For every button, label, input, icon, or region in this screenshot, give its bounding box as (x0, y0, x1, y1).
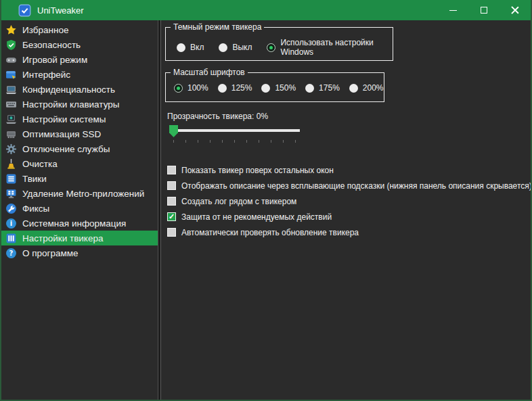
font-scale-groupbox: Масштаб шрифтов 100%125%150%175%200% (165, 68, 384, 102)
slider-track[interactable] (173, 129, 300, 132)
sidebar-item-tweaker-settings[interactable]: Настройки твикера (1, 231, 158, 245)
sidebar-item-label: Игровой режим (22, 55, 87, 65)
font-scale-radio-option[interactable]: 150% (261, 83, 296, 93)
checkbox-option[interactable]: Отображать описание через всплывающие по… (167, 178, 531, 193)
checkbox-unchecked-icon (167, 228, 176, 237)
dark-mode-options: ВклВыклИспользовать настройки Windows (166, 32, 393, 57)
checkbox-option[interactable]: ✓Защита от не рекомендуемых действий (167, 209, 531, 225)
slider-tick (271, 140, 271, 143)
radio-label: 100% (187, 83, 208, 93)
radio-unselected-icon (261, 84, 270, 93)
checkbox-label: Создать лог рядом с твикером (181, 197, 296, 206)
sidebar-item-label: О программе (22, 248, 79, 258)
checkbox-label: Отображать описание через всплывающие по… (181, 181, 531, 191)
sidebar-item-favorites[interactable]: Избранное (1, 22, 158, 37)
font-scale-radio-option[interactable]: 100% (174, 83, 208, 93)
slider-tick (283, 140, 284, 143)
maximize-icon (481, 7, 487, 14)
svg-text:?: ? (9, 250, 14, 257)
sidebar-item-metro-apps-removal[interactable]: Удаление Metro-приложений (1, 186, 158, 201)
sidebar-item-label: Безопасность (22, 40, 81, 50)
font-scale-radio-option[interactable]: 175% (305, 83, 340, 93)
window-controls (437, 0, 531, 20)
sidebar-item-tweaks[interactable]: Твики (1, 171, 158, 186)
radio-label: 175% (319, 83, 340, 93)
checkbox-unchecked-icon (167, 181, 176, 190)
slider-thumb[interactable] (169, 125, 178, 137)
broom-icon (5, 158, 17, 170)
checkbox-label: Защита от не рекомендуемых действий (181, 212, 332, 222)
window-interface-icon (5, 69, 17, 80)
maximize-button[interactable] (468, 0, 500, 20)
dark-mode-radio-option[interactable]: Вкл (177, 43, 204, 52)
sliders-icon (5, 233, 17, 244)
sidebar-item-label: Фиксы (22, 204, 49, 214)
star-icon (5, 24, 17, 36)
sidebar-item-label: Интерфейс (22, 70, 70, 80)
font-scale-options: 100%125%150%175%200% (166, 77, 384, 93)
slider-ticks (173, 140, 296, 143)
close-icon (511, 6, 519, 14)
sidebar-item-ssd-optimization[interactable]: Оптимизация SSD (1, 126, 158, 141)
sidebar-item-cleanup[interactable]: Очистка (1, 156, 158, 171)
sidebar: ИзбранноеБезопасностьИгровой режимИнтерф… (1, 20, 158, 400)
sidebar-item-system-info[interactable]: iСистемная информация (1, 216, 158, 231)
app-logo-icon (18, 4, 31, 17)
font-scale-group-title: Масштаб шрифтов (171, 68, 248, 77)
radio-unselected-icon (219, 43, 227, 52)
services-gear-icon (5, 143, 17, 155)
radio-selected-icon (267, 43, 275, 52)
checkbox-label: Автоматически проверять обновление твике… (181, 228, 359, 237)
sidebar-item-label: Настройки клавиатуры (22, 99, 119, 110)
sidebar-item-privacy[interactable]: Конфиденциальность (1, 82, 158, 97)
checkbox-option[interactable]: Показать твикер поверх остальных окон (167, 162, 531, 178)
radio-label: Использовать настройки Windows (280, 38, 393, 57)
window-body: ИзбранноеБезопасностьИгровой режимИнтерф… (1, 20, 531, 400)
dark-mode-radio-option[interactable]: Выкл (219, 43, 252, 52)
sidebar-item-fixes[interactable]: Фиксы (1, 201, 158, 216)
transparency-label: Прозрачность твикера: 0% (167, 112, 531, 121)
font-scale-radio-option[interactable]: 200% (349, 83, 384, 93)
settings-panel: Темный режим твикера ВклВыклИспользовать… (161, 20, 531, 400)
sidebar-item-keyboard-settings[interactable]: Настройки клавиатуры (1, 97, 158, 112)
close-button[interactable] (500, 0, 531, 20)
radio-unselected-icon (177, 43, 185, 52)
sidebar-item-label: Очистка (22, 159, 58, 169)
sidebar-item-label: Системная информация (22, 218, 126, 229)
slider-tick (259, 140, 259, 143)
minimize-button[interactable] (437, 0, 468, 20)
slider-tick (295, 140, 296, 143)
metro-tiles-icon (5, 188, 17, 199)
sidebar-item-label: Настройки системы (22, 114, 106, 124)
dark-mode-radio-option[interactable]: Использовать настройки Windows (267, 38, 393, 57)
svg-text:i: i (10, 220, 12, 227)
sidebar-item-label: Отключение службы (22, 144, 110, 154)
slider-tick (185, 140, 186, 143)
checkbox-option[interactable]: Автоматически проверять обновление твике… (167, 225, 531, 240)
wrench-circle-icon (5, 203, 17, 214)
question-circle-icon: ? (5, 247, 17, 259)
list-icon (5, 173, 17, 185)
sidebar-item-security[interactable]: Безопасность (1, 37, 158, 52)
checkbox-option[interactable]: Создать лог рядом с твикером (167, 193, 531, 209)
slider-tick (210, 140, 210, 143)
transparency-slider[interactable] (169, 125, 301, 144)
slider-tick (222, 140, 223, 143)
titlebar[interactable]: UniTweaker (1, 0, 531, 20)
slider-tick (173, 140, 174, 143)
sidebar-item-label: Конфиденциальность (22, 85, 115, 95)
minimize-icon (449, 10, 457, 11)
radio-selected-icon (174, 84, 183, 93)
sidebar-item-label: Избранное (22, 25, 68, 35)
sidebar-item-about[interactable]: ?О программе (1, 245, 158, 260)
sidebar-item-game-mode[interactable]: Игровой режим (1, 52, 158, 67)
sidebar-item-services-disable[interactable]: Отключение службы (1, 141, 158, 156)
laptop-gear-icon (5, 114, 17, 125)
radio-label: 150% (275, 83, 296, 93)
sidebar-item-label: Оптимизация SSD (22, 129, 101, 139)
sidebar-item-system-settings[interactable]: Настройки системы (1, 112, 158, 126)
keyboard-icon (5, 99, 17, 110)
font-scale-radio-option[interactable]: 125% (218, 83, 252, 93)
sidebar-item-label: Настройки твикера (22, 233, 103, 243)
sidebar-item-interface[interactable]: Интерфейс (1, 67, 158, 82)
